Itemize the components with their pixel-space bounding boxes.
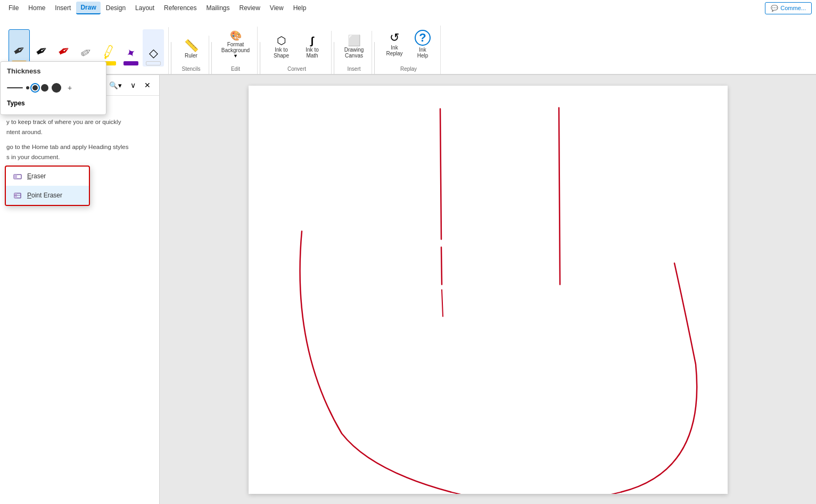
svg-rect-1 <box>14 175 17 179</box>
ink-help-label: InkHelp <box>417 47 428 59</box>
point-eraser-label: Point Eraser <box>27 192 62 199</box>
ink-to-shape-button[interactable]: ⬡ Ink toShape <box>267 33 296 61</box>
insert-tools: ⬜ DrawingCanvas <box>341 31 367 63</box>
pen-icon-2: ✒ <box>32 40 51 62</box>
ruler-icon: 📏 <box>184 40 199 52</box>
app-body: 🔍▾ ∨ ✕ active outline of your document. … <box>0 75 816 504</box>
eraser-underline-e: E <box>27 172 31 180</box>
thickness-dot-5[interactable] <box>52 83 61 93</box>
nav-pane-chevron[interactable]: ∨ <box>127 79 139 91</box>
ribbon-toolbar: ✒ ▼ ✒ ✒ ✏ <box>0 16 816 75</box>
convert-tools: ⬡ Ink toShape ∫ Ink toMath <box>267 31 327 63</box>
menu-layout[interactable]: Layout <box>131 2 159 14</box>
insert-label: Insert <box>347 65 360 74</box>
eraser-label: Eraser <box>27 172 46 180</box>
sep-2 <box>211 42 212 74</box>
ink-replay-label: InkReplay <box>386 45 402 56</box>
nav-pane-close-button[interactable]: ✕ <box>141 79 154 91</box>
edit-label: Edit <box>231 65 240 74</box>
pen-color-5 <box>123 61 138 65</box>
sep-4 <box>334 42 334 74</box>
thickness-dot-3[interactable] <box>32 85 38 90</box>
convert-label: Convert <box>287 65 306 74</box>
nav-search-icon: 🔍▾ <box>109 81 122 89</box>
comment-icon: 💬 <box>771 5 778 12</box>
ruler-button[interactable]: 📏 Ruler <box>178 38 204 61</box>
thickness-title: Thickness <box>7 67 100 75</box>
menu-help[interactable]: Help <box>289 2 311 14</box>
thickness-types-title: Types <box>7 100 100 107</box>
ink-replay-icon: ↺ <box>390 32 399 44</box>
eraser-icon-tool: ◇ <box>149 46 158 60</box>
eraser-swatch <box>146 61 161 65</box>
document-page <box>249 86 728 494</box>
eraser-option-point[interactable]: Point Eraser <box>6 186 89 205</box>
document-canvas <box>160 75 816 504</box>
ink-to-shape-label: Ink toShape <box>274 47 289 59</box>
nav-search-button[interactable]: 🔍▾ <box>106 80 125 91</box>
navigation-pane: 🔍▾ ∨ ✕ active outline of your document. … <box>0 75 160 504</box>
menu-file[interactable]: File <box>4 2 23 14</box>
format-bg-arrow[interactable]: ▼ <box>233 53 238 59</box>
point-eraser-underline-p: P <box>27 192 31 199</box>
menu-mailings[interactable]: Mailings <box>202 2 234 14</box>
menu-insert[interactable]: Insert <box>51 2 75 14</box>
thickness-dot-1[interactable] <box>7 87 23 88</box>
ink-replay-button[interactable]: ↺ InkReplay <box>381 30 408 59</box>
replay-label: Replay <box>400 65 417 74</box>
eraser-dropdown-menu: Eraser Point Eraser <box>5 166 90 206</box>
thickness-panel: Thickness + Types <box>0 61 106 115</box>
ink-to-shape-icon: ⬡ <box>277 35 286 46</box>
pen-icon-4: ✏ <box>78 44 94 62</box>
format-bg-label: FormatBackground <box>221 42 250 53</box>
ribbon-group-edit: 🎨 FormatBackground ▼ Edit <box>214 27 258 74</box>
menu-references[interactable]: References <box>160 2 201 14</box>
ribbon-group-stencils: 📏 Ruler Stencils <box>174 36 209 74</box>
pen-icon-5: ✦ <box>123 45 139 62</box>
menu-home[interactable]: Home <box>24 2 50 14</box>
menu-draw[interactable]: Draw <box>76 2 100 14</box>
sep-3 <box>260 42 260 74</box>
comment-button[interactable]: 💬 Comme... <box>765 2 812 14</box>
nav-line-3: go to the Home tab and apply Heading sty… <box>6 142 153 162</box>
menu-bar: File Home Insert Draw Design Layout Refe… <box>0 0 816 16</box>
point-eraser-item-icon <box>12 190 23 201</box>
nav-line-2: y to keep track of where you are or quic… <box>6 117 153 137</box>
pen-icon-1: ✒ <box>10 40 29 61</box>
format-bg-icon: 🎨 <box>230 31 242 40</box>
drawing-canvas-icon: ⬜ <box>348 35 361 46</box>
edit-tools: 🎨 FormatBackground ▼ <box>218 27 253 63</box>
thickness-dot-4[interactable] <box>41 84 48 92</box>
ruler-label: Ruler <box>185 53 197 59</box>
menu-design[interactable]: Design <box>102 2 130 14</box>
menu-view[interactable]: View <box>266 2 288 14</box>
ink-to-math-icon: ∫ <box>311 35 314 46</box>
pen-tool-eraser[interactable]: ◇ <box>143 29 164 67</box>
replay-tools: ↺ InkReplay ? InkHelp <box>381 26 436 63</box>
pen-icon-3: ✒ <box>54 40 73 62</box>
format-background-button[interactable]: 🎨 FormatBackground ▼ <box>218 29 253 61</box>
drawing-canvas-label: DrawingCanvas <box>344 47 364 59</box>
ink-to-math-label: Ink toMath <box>306 47 318 59</box>
ribbon-group-convert: ⬡ Ink toShape ∫ Ink toMath Convert <box>262 31 332 74</box>
ribbon-container: File Home Insert Draw Design Layout Refe… <box>0 0 816 75</box>
thickness-add-button[interactable]: + <box>64 82 75 93</box>
sep-5 <box>374 42 375 74</box>
eraser-option-eraser[interactable]: Eraser <box>6 167 89 186</box>
thickness-dot-2[interactable] <box>26 86 29 89</box>
drawing-canvas-button[interactable]: ⬜ DrawingCanvas <box>341 33 367 61</box>
ribbon-group-insert: ⬜ DrawingCanvas Insert <box>336 31 372 74</box>
sep-1 <box>171 42 171 74</box>
ink-drawing <box>249 86 728 494</box>
ink-help-icon: ? <box>415 30 431 46</box>
ink-help-button[interactable]: ? InkHelp <box>409 28 436 61</box>
stencils-tools: 📏 Ruler <box>178 36 204 63</box>
ribbon-group-replay: ↺ InkReplay ? InkHelp Replay <box>377 26 441 74</box>
menu-review[interactable]: Review <box>235 2 265 14</box>
thickness-options: + <box>7 80 100 95</box>
highlighter-icon: 🖊 <box>99 42 118 62</box>
comment-label: Comme... <box>780 5 806 11</box>
ink-to-math-button[interactable]: ∫ Ink toMath <box>298 33 327 61</box>
pen-tool-5[interactable]: ✦ <box>120 29 142 67</box>
stencils-label: Stencils <box>182 65 200 74</box>
